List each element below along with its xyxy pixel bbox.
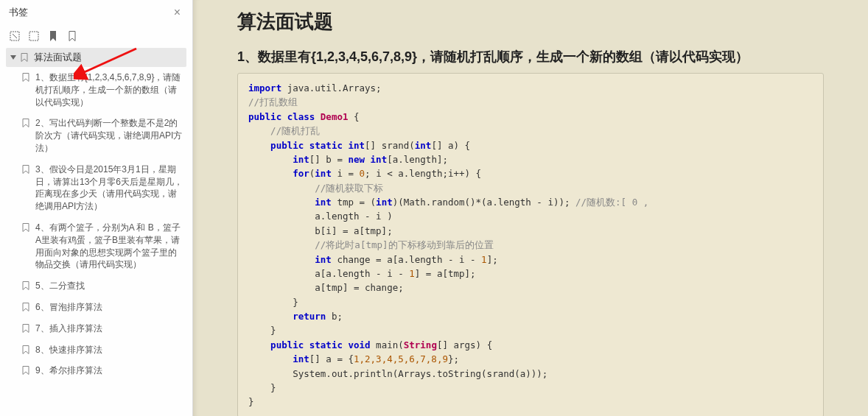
outline-item[interactable]: 5、二分查找 (19, 275, 186, 297)
close-icon[interactable]: × (171, 6, 183, 19)
outline-item[interactable]: 9、希尔排序算法 (19, 360, 186, 381)
sidebar-title: 书签 (9, 6, 28, 19)
outline-item[interactable]: 1、数据里有{1,2,3,4,5,6,7,8,9}，请随机打乱顺序，生成一个新的… (19, 67, 186, 113)
bookmark-icon (22, 281, 29, 290)
outline-root-label: 算法面试题 (34, 51, 82, 64)
outline-item-label: 2、写出代码判断一个整数是不是2的阶次方（请代码实现，谢绝调用API方法） (35, 117, 183, 154)
outline-item[interactable]: 8、快速排序算法 (19, 339, 186, 361)
code-block-1: import java.util.Arrays; //打乱数组 public c… (237, 73, 824, 416)
bookmark-icon (22, 345, 29, 354)
outline-item-label: 6、冒泡排序算法 (35, 301, 183, 314)
outline-item-label: 5、二分查找 (35, 280, 183, 292)
outline-tree: 算法面试题 1、数据里有{1,2,3,4,5,6,7,8,9}，请随机打乱顺序，… (0, 45, 192, 416)
bookmark-icon (22, 324, 29, 333)
outline-item-label: 8、快速排序算法 (35, 344, 183, 356)
bookmark-icon (22, 165, 29, 174)
bookmark-filled-icon[interactable] (47, 30, 59, 42)
outline-item-label: 3、假设今日是2015年3月1日，星期日，请算出13个月零6天后是星期几，距离现… (35, 163, 183, 213)
bookmark-icon (22, 223, 29, 232)
sidebar-toolbar (0, 26, 192, 45)
content-inner: 算法面试题 1、数据里有{1,2,3,4,5,6,7,8,9}，请随机打乱顺序，… (193, 0, 868, 416)
bookmark-outline-icon[interactable] (66, 30, 78, 42)
outline-root-item[interactable]: 算法面试题 (6, 48, 186, 67)
sidebar-header: 书签 × (0, 0, 192, 26)
section-1-heading: 1、数据里有{1,2,3,4,5,6,7,8,9}，请随机打乱顺序，生成一个新的… (237, 48, 824, 66)
bookmark-icon (22, 303, 29, 311)
bookmark-icon (22, 119, 29, 127)
outline-item[interactable]: 7、插入排序算法 (19, 318, 186, 339)
outline-item-label: 1、数据里有{1,2,3,4,5,6,7,8,9}，请随机打乱顺序，生成一个新的… (35, 71, 183, 108)
outline-item[interactable]: 6、冒泡排序算法 (19, 297, 186, 318)
outline-item[interactable]: 3、假设今日是2015年3月1日，星期日，请算出13个月零6天后是星期几，距离现… (19, 159, 186, 217)
outline-item[interactable]: 2、写出代码判断一个整数是不是2的阶次方（请代码实现，谢绝调用API方法） (19, 113, 186, 158)
collapse-icon[interactable] (28, 30, 40, 42)
bookmark-icon (22, 73, 29, 82)
outline-item-label: 7、插入排序算法 (35, 322, 183, 335)
expand-current-icon[interactable] (9, 30, 21, 42)
outline-item[interactable]: 4、有两个篮子，分别为A 和 B，篮子A里装有鸡蛋，篮子B里装有苹果，请用面向对… (19, 217, 186, 275)
svg-rect-1 (29, 32, 38, 40)
outline-item-label: 9、希尔排序算法 (35, 364, 183, 377)
page-title: 算法面试题 (237, 9, 824, 35)
content-pane[interactable]: 算法面试题 1、数据里有{1,2,3,4,5,6,7,8,9}，请随机打乱顺序，… (193, 0, 868, 416)
bookmarks-sidebar: 书签 × 算法面试题 1、数据里有{1,2,3,4,5,6,7,8,9}，请随机… (0, 0, 193, 416)
outline-item-label: 4、有两个篮子，分别为A 和 B，篮子A里装有鸡蛋，篮子B里装有苹果，请用面向对… (35, 222, 183, 271)
disclosure-icon (10, 55, 16, 60)
bookmark-icon (21, 53, 28, 62)
bookmark-icon (22, 366, 29, 375)
